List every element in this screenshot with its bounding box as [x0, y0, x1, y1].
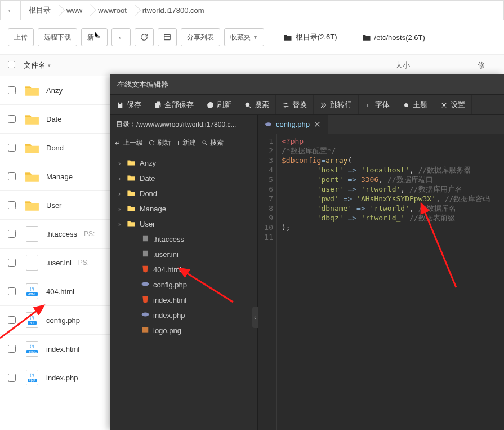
goto-line-button[interactable]: 跳转行 — [314, 95, 359, 114]
tree-item-label: config.php — [153, 281, 187, 289]
row-checkbox[interactable] — [8, 374, 16, 382]
share-list-button[interactable]: 分享列表 — [181, 28, 220, 46]
tree-refresh-button[interactable]: 刷新 — [149, 138, 171, 148]
row-checkbox[interactable] — [8, 115, 16, 123]
file-tree-sidebar: 目录：/www/wwwroot/rtworld.i17800.c... ↵ 上一… — [110, 115, 258, 430]
collapse-sidebar-handle[interactable]: ‹ — [252, 307, 258, 328]
svg-point-6 — [443, 104, 445, 105]
svg-point-11 — [142, 282, 149, 286]
upload-button[interactable]: 上传 — [8, 28, 34, 46]
tree-item[interactable]: logo.png — [110, 323, 257, 338]
file-name[interactable]: Anzy — [46, 86, 63, 95]
chevron-right-icon: › — [118, 205, 123, 213]
file-icon — [141, 280, 149, 290]
tree-item-label: logo.png — [153, 326, 181, 335]
search-button[interactable]: 搜索 — [238, 95, 276, 114]
toolbar: 上传 远程下载 新 ▼ ← 分享列表 收藏夹 ▼ 根目录(2.6T) /etc/… — [0, 20, 504, 55]
table-header: 文件名 ▾ 大小 修 — [0, 55, 504, 76]
save-button[interactable]: 保存 — [110, 95, 148, 114]
favorites-label: 收藏夹 — [230, 33, 251, 42]
tree-item[interactable]: index.html — [110, 292, 257, 308]
folder-icon — [127, 159, 136, 167]
file-name[interactable]: 404.html — [46, 287, 74, 296]
tree-item[interactable]: ›Dond — [110, 186, 257, 201]
nav-back-button[interactable]: ← — [111, 28, 131, 46]
new-button[interactable]: 新 ▼ — [81, 28, 108, 46]
tree-item[interactable]: .user.ini — [110, 247, 257, 262]
tree-item[interactable]: 404.html — [110, 262, 257, 277]
svg-line-8 — [206, 144, 207, 145]
settings-button[interactable]: 设置 — [434, 95, 472, 114]
tree-item[interactable]: index.php — [110, 308, 257, 323]
row-checkbox[interactable] — [8, 144, 16, 152]
size-column-header[interactable]: 大小 — [395, 60, 410, 70]
modified-column-header[interactable]: 修 — [478, 60, 485, 70]
file-name[interactable]: Manage — [46, 172, 73, 181]
file-icon: ⟨/⟩HTML — [25, 284, 39, 299]
row-checkbox[interactable] — [8, 86, 16, 94]
tree-new-button[interactable]: + 新建 — [176, 138, 196, 148]
tree-item[interactable]: config.php — [110, 277, 257, 292]
back-button[interactable]: ← — [1, 1, 21, 20]
svg-point-2 — [246, 103, 249, 107]
tree-up-button[interactable]: ↵ 上一级 — [115, 138, 143, 148]
file-name[interactable]: config.php — [46, 316, 80, 325]
folder-icon — [25, 112, 39, 126]
tree-item[interactable]: .htaccess — [110, 232, 257, 247]
tree-item[interactable]: ›Date — [110, 171, 257, 186]
file-name[interactable]: User — [46, 201, 61, 210]
tab-config-php[interactable]: config.php ✕ — [258, 115, 328, 134]
row-checkbox[interactable] — [8, 316, 16, 324]
breadcrumb-item[interactable]: 根目录 — [21, 1, 59, 20]
tree-item[interactable]: ›User — [110, 216, 257, 232]
editor-tabs: config.php ✕ — [258, 115, 504, 134]
editor-title: 在线文本编辑器 — [110, 74, 504, 95]
theme-button[interactable]: 主题 — [396, 95, 434, 114]
terminal-button[interactable] — [158, 28, 177, 46]
breadcrumb-item[interactable]: rtworld.i17800.com — [135, 1, 212, 20]
file-name[interactable]: index.php — [46, 374, 78, 382]
select-all-checkbox[interactable] — [8, 61, 15, 68]
tree-item-label: Manage — [140, 205, 166, 213]
replace-button[interactable]: 替换 — [276, 95, 314, 114]
favorites-button[interactable]: 收藏夹 ▼ — [224, 28, 264, 46]
file-name[interactable]: .user.ini — [46, 259, 72, 267]
file-icon — [25, 227, 39, 241]
save-all-button[interactable]: 全部保存 — [148, 95, 200, 114]
tree-item-label: .user.ini — [153, 250, 179, 259]
file-name[interactable]: index.html — [46, 345, 79, 353]
code-source[interactable]: <?php/*数据库配置*/$dbconfig=array( 'host' =>… — [277, 134, 490, 430]
row-checkbox[interactable] — [8, 172, 16, 180]
name-column-label: 文件名 — [24, 60, 46, 70]
tree-item-label: 404.html — [153, 265, 181, 274]
row-checkbox[interactable] — [8, 287, 16, 295]
breadcrumb-item[interactable]: wwwroot — [90, 1, 135, 20]
svg-rect-13 — [142, 327, 149, 332]
font-button[interactable]: T字体 — [359, 95, 396, 114]
editor-path: 目录：/www/wwwroot/rtworld.i17800.c... — [110, 115, 257, 134]
file-name[interactable]: .htaccess — [46, 230, 77, 238]
tree-search-button[interactable]: 搜索 — [202, 138, 224, 148]
file-name[interactable]: Date — [46, 115, 61, 123]
root-dir-link[interactable]: 根目录(2.6T) — [283, 32, 337, 42]
row-checkbox[interactable] — [8, 345, 16, 353]
file-icon: ⟨/⟩PHP — [25, 370, 39, 385]
tree-item[interactable]: ›Manage — [110, 201, 257, 216]
row-checkbox[interactable] — [8, 201, 16, 209]
hosts-link[interactable]: /etc/hosts(2.6T) — [362, 33, 425, 42]
remote-download-button[interactable]: 远程下载 — [38, 28, 77, 46]
file-name[interactable]: Dond — [46, 144, 64, 152]
refresh-button[interactable] — [135, 28, 154, 46]
tree-item[interactable]: ›Anzy — [110, 156, 257, 171]
file-icon — [141, 250, 149, 259]
row-checkbox[interactable] — [8, 259, 16, 267]
chevron-down-icon: ▼ — [253, 34, 258, 40]
close-tab-icon[interactable]: ✕ — [314, 119, 321, 130]
code-editor[interactable]: 1234567891011 <?php/*数据库配置*/$dbconfig=ar… — [258, 134, 504, 430]
file-note: PS: — [78, 259, 89, 267]
root-dir-label: 根目录(2.6T) — [296, 32, 337, 42]
refresh-button[interactable]: 刷新 — [200, 95, 238, 114]
row-checkbox[interactable] — [8, 230, 16, 238]
breadcrumb-item[interactable]: www — [59, 1, 90, 20]
name-column-header[interactable]: 文件名 ▾ — [24, 60, 51, 70]
